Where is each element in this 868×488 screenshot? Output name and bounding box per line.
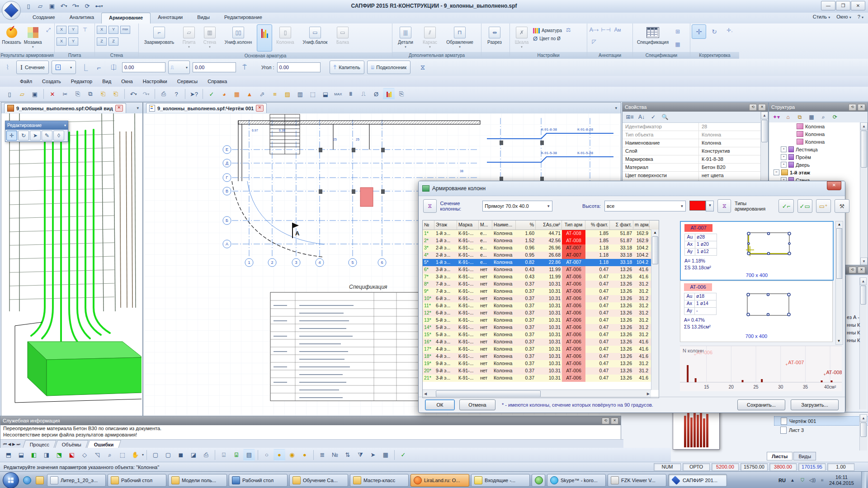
delete-icon[interactable]: ✕ <box>47 88 58 100</box>
start-button[interactable] <box>3 472 19 488</box>
expand-groups-icon[interactable]: ⊞≡ <box>625 113 634 121</box>
sheets-tab[interactable]: Виды <box>793 452 816 460</box>
max-icon[interactable]: MAX <box>332 88 344 100</box>
tree-item[interactable]: + Дверь <box>769 161 860 169</box>
table-row[interactable]: 7*3-й э... К-91-...нет Колонна0.43 11.99… <box>423 273 659 281</box>
property-row[interactable]: Слой Конструктив <box>623 147 768 155</box>
layers-list-icon[interactable]: ≣ <box>316 449 328 461</box>
zoom-extents-icon[interactable]: ⬚ <box>117 449 128 461</box>
paste-icon[interactable]: ⎗ <box>97 88 109 100</box>
arrow-ne-icon[interactable]: ⬀ <box>256 88 268 100</box>
apply-type-button[interactable]: ✓▭ <box>797 199 812 213</box>
volume-icon[interactable]: ◁)) <box>809 477 816 483</box>
tree-expand-icon[interactable]: + <box>781 162 787 168</box>
view-item-fragment[interactable]: ез А - <box>847 314 860 322</box>
table-row[interactable]: 16*4-й э... К-91-...нет Колонна0.37 10.3… <box>423 338 659 346</box>
palette-pencil-tool[interactable]: ✎ <box>42 131 52 141</box>
menu-item[interactable]: Настройки <box>138 77 172 85</box>
app-menu-button[interactable] <box>2 1 21 20</box>
table-row[interactable]: 12*6-й э... К-91-...нет Колонна0.37 10.3… <box>423 310 659 317</box>
tree-item[interactable]: Колонна <box>769 122 860 130</box>
table-row[interactable]: 11*6-й э... К-91-...нет Колонна0.37 10.3… <box>423 302 659 310</box>
paste-special-icon[interactable]: ⎗ <box>110 88 122 100</box>
wall-z2-icon[interactable]: Z <box>108 36 119 47</box>
sheet-grid-icon[interactable]: ▦ <box>672 39 683 50</box>
taskbar-button[interactable]: LiraLand.ru: О... <box>410 474 469 487</box>
view-persp-icon[interactable]: ◹ <box>91 449 103 461</box>
move-tool-button[interactable]: ✛ <box>692 24 706 39</box>
dim-am-icon[interactable]: Aм <box>612 24 623 35</box>
ribbon-tab[interactable]: Аннотации <box>151 13 190 23</box>
table-row[interactable]: 9*7-й э... К-91-...нет Колонна0.37 10.31… <box>423 288 659 295</box>
menu-item[interactable]: Сервисы <box>173 77 203 85</box>
hatch-icon[interactable]: ▨ <box>282 88 293 100</box>
table-row[interactable]: 13*5-й э... К-91-...нет Колонна0.37 10.3… <box>423 317 659 324</box>
view-back-icon[interactable]: ⬓ <box>15 449 27 461</box>
menu-item[interactable]: Создать <box>38 77 66 85</box>
display-shaded-icon[interactable]: ◼ <box>175 449 187 461</box>
display-wire-icon[interactable]: ▢ <box>150 449 161 461</box>
pan-icon[interactable]: ✋ <box>129 449 141 461</box>
ribbon-menu-item[interactable]: Окно ▾ <box>836 14 851 19</box>
property-row[interactable]: Идентификатор 28 <box>623 123 768 131</box>
cancel-button[interactable]: Отмена <box>459 399 495 410</box>
tree-expand-icon[interactable]: + <box>781 146 787 152</box>
framing-button[interactable]: ⊓Обрамление▾ <box>443 24 477 51</box>
wall-max-icon[interactable]: max <box>120 24 131 35</box>
table-row[interactable]: 19*9-й э... К-91-...нет Колонна0.37 10.3… <box>423 360 659 367</box>
bulb-off-icon[interactable]: ○ <box>261 449 273 461</box>
slab-x2-icon[interactable]: X <box>56 36 67 47</box>
offset-field-1[interactable]: 0.00 <box>122 62 165 72</box>
taskbar-button[interactable] <box>532 474 545 487</box>
taskbar-button[interactable]: Рабочий стол <box>229 474 288 487</box>
quicklaunch-ie-icon[interactable] <box>21 474 33 487</box>
service-tab[interactable]: Ошибки <box>87 440 121 448</box>
status-cell[interactable]: 17015.95 <box>798 463 826 471</box>
bulb-single-icon[interactable]: ● <box>299 449 311 461</box>
save-doc-icon[interactable]: ▣ <box>29 88 41 100</box>
view-3d-canvas[interactable] <box>1 113 142 416</box>
columns-table-header[interactable]: №Этаж МаркаМ... Наиме...% ΣAs,см²Тип арм… <box>423 221 659 230</box>
view-3d-tab[interactable]: 9_колонны_выполнено.spf:Общий вид ✕ <box>4 103 126 113</box>
ribbon-menu-item[interactable]: Стиль ▾ <box>813 14 830 19</box>
context-help-icon[interactable]: ➤? <box>188 88 200 100</box>
diameter-color-icon[interactable]: Ø <box>370 88 382 100</box>
color-by-diameter-button[interactable]: ØЦвет по Ø <box>533 35 562 42</box>
book-pressed-icon[interactable]: ▤ <box>243 449 255 461</box>
slab-x-icon[interactable]: X <box>56 24 67 35</box>
wall-z1-icon[interactable]: Z <box>96 36 107 47</box>
restore-button[interactable]: ❐ <box>836 1 850 10</box>
palette-select-tool[interactable]: ➤ <box>30 131 41 141</box>
view-item-fragment[interactable]: нны К <box>847 338 860 345</box>
table-row[interactable]: 6*3-й э... К-91-...нет Колонна0.43 11.99… <box>423 266 659 273</box>
cage-button[interactable]: ⫽Каркас▾ <box>418 24 442 51</box>
sort-az-icon[interactable]: A↓ <box>637 113 646 121</box>
redo-toolbar-icon[interactable]: ↷▾ <box>140 88 152 100</box>
warning-triangle-icon[interactable]: ▲ <box>244 88 255 100</box>
tree-item[interactable]: + Проём <box>769 153 860 161</box>
property-row[interactable]: Маркировка К-91-8-38 <box>623 155 768 164</box>
ribbon-tab[interactable]: Армирование <box>101 13 151 24</box>
grid-model-icon[interactable]: ▦ <box>807 113 816 121</box>
menu-item[interactable]: Вид <box>98 77 116 85</box>
book-green-icon[interactable]: ⌻ <box>231 449 242 461</box>
wall-reinforce-button[interactable]: ▥Стена▾ <box>200 24 220 51</box>
table-row[interactable]: 14*5-й э... К-91-...нет Колонна0.37 10.3… <box>423 324 659 331</box>
language-indicator[interactable]: RU <box>778 478 786 483</box>
pin-panel-icon[interactable]: ⟲ <box>602 418 609 424</box>
refresh-icon[interactable]: ⟳ <box>830 113 840 121</box>
unified-beams-button[interactable]: ▭Униф.балок <box>298 24 332 51</box>
copy-icon[interactable]: ⎘ <box>72 88 84 100</box>
reinforce-button[interactable]: ⌐Заармировать <box>140 24 178 51</box>
rotate-tool-button[interactable]: ↻ <box>707 24 722 39</box>
checker-icon[interactable]: ⩩ <box>345 88 357 100</box>
table-row[interactable]: 18*4-й э... К-91-...нет Колонна0.37 10.3… <box>423 353 659 360</box>
taskbar-button[interactable]: FZK Viewer V... <box>608 474 666 487</box>
cards-scrollbar[interactable]: ▲▼ <box>835 221 843 345</box>
taskbar-button[interactable]: Литер_1_20_э... <box>47 474 106 487</box>
property-row[interactable]: Тип объекта Колонна <box>623 131 768 139</box>
status-cell[interactable]: 5200.00 <box>712 463 739 471</box>
taskbar-button[interactable]: Мастер-класс <box>350 474 409 487</box>
close-panel-icon[interactable]: ✕ <box>858 267 865 273</box>
search-icon[interactable]: 🔍 <box>660 113 670 121</box>
